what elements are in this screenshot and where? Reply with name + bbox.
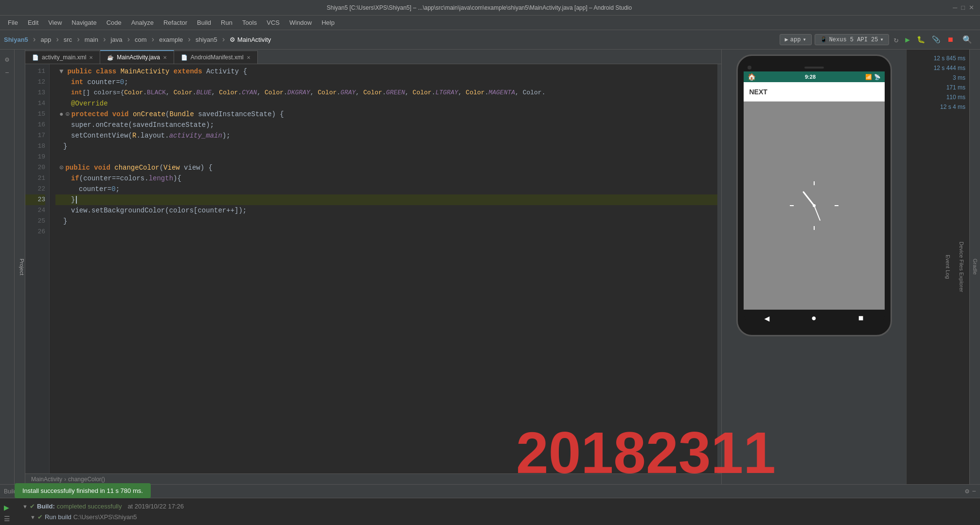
breadcrumb-shiyan5[interactable]: Shiyan5: [4, 36, 28, 43]
breadcrumb-shiyan5b[interactable]: shiyan5: [196, 36, 217, 43]
build-filter-icon[interactable]: ☰: [4, 515, 18, 523]
tab-close-xml[interactable]: ✕: [89, 55, 93, 60]
minimize-icon[interactable]: ─: [953, 4, 957, 11]
back-button[interactable]: ◀: [764, 313, 769, 324]
right-strip-gradle[interactable]: Gradle: [970, 257, 980, 277]
notification-text: Install successfully finished in 11 s 78…: [22, 487, 143, 494]
right-strip: Gradle Device Files Explorer Event Log: [969, 50, 980, 484]
close-icon[interactable]: ✕: [969, 4, 974, 11]
sync-btn[interactable]: ↻: [892, 35, 901, 45]
breadcrumb-app[interactable]: app: [40, 36, 51, 43]
app-action-bar: NEXT: [744, 82, 885, 102]
title-bar: Shiyan5 [C:\Users\XPS\Shiyan5] – ...\app…: [0, 0, 980, 16]
code-line-22: counter=0;: [55, 184, 717, 194]
stop-btn[interactable]: ⏹: [945, 36, 956, 44]
expand-icon-main[interactable]: ▼: [22, 501, 28, 512]
timing-row-1: 12 s 845 ms: [907, 53, 969, 63]
run-btn[interactable]: ▶: [903, 35, 912, 45]
menu-refactor[interactable]: Refactor: [160, 17, 191, 28]
settings-icon[interactable]: ⚙: [1, 53, 13, 65]
menu-edit[interactable]: Edit: [24, 17, 42, 28]
tab-close-java[interactable]: ✕: [163, 55, 167, 60]
next-button[interactable]: NEXT: [749, 88, 767, 96]
watermark-text: 20182311: [516, 420, 776, 485]
code-editor[interactable]: 11 12 13 14 15 16 17 18 19 20 21 22 23 2…: [25, 64, 721, 473]
debug-btn[interactable]: 🐛: [915, 35, 927, 44]
svg-point-6: [813, 204, 816, 207]
tab-androidmanifest-xml[interactable]: 📄 AndroidManifest.xml ✕: [174, 51, 258, 64]
status-bar-home: 🏠: [748, 73, 756, 81]
menu-help[interactable]: Help: [318, 17, 339, 28]
build-action-icon[interactable]: ▶: [4, 502, 18, 513]
collapse-icon[interactable]: −: [1, 67, 13, 79]
timing-row-3: 3 ms: [907, 73, 969, 83]
search-everywhere-icon[interactable]: 🔍: [959, 35, 976, 45]
project-label[interactable]: Project: [19, 259, 25, 275]
breadcrumb-main[interactable]: main: [85, 36, 98, 43]
code-line-11: ▼ public class MainActivity extends Acti…: [55, 66, 717, 77]
recents-button[interactable]: ■: [858, 314, 864, 323]
code-line-14: @Override: [55, 98, 717, 109]
tab-activity-main-xml[interactable]: 📄 activity_main.xml ✕: [25, 51, 100, 64]
menu-view[interactable]: View: [44, 17, 66, 28]
menu-navigate[interactable]: Navigate: [68, 17, 100, 28]
menu-analyze[interactable]: Analyze: [127, 17, 158, 28]
right-strip-device-files[interactable]: Device Files Explorer: [957, 240, 966, 294]
expand-icon-load[interactable]: ▶: [38, 523, 42, 525]
menu-run[interactable]: Run: [217, 17, 236, 28]
menu-file[interactable]: File: [4, 17, 22, 28]
tab-mainactivity-java[interactable]: ☕ MainActivity.java ✕: [100, 50, 174, 64]
wifi-icon: 📶: [865, 74, 872, 80]
scrollbar-right[interactable]: [717, 64, 721, 473]
expand-icon-run-build[interactable]: ▼: [30, 512, 36, 523]
chevron-down-icon: ▾: [802, 36, 806, 43]
menu-build[interactable]: Build: [193, 17, 215, 28]
main-layout: ⚙ − Project 📄 activity_main.xml ✕ ☕ Main…: [0, 50, 980, 484]
device-dropdown[interactable]: 📱 Nexus 5 API 25 ▾: [815, 34, 889, 45]
window-controls: ─ □ ✕: [953, 4, 974, 11]
tab-close-manifest[interactable]: ✕: [247, 55, 250, 60]
breadcrumb-src[interactable]: src: [64, 36, 72, 43]
check-icon-run-build: ✔: [37, 512, 43, 523]
success-notification: Install successfully finished in 11 s 78…: [15, 483, 151, 498]
home-button[interactable]: ●: [811, 314, 817, 323]
code-line-20: ⊙ public void changeColor(View view) {: [55, 162, 717, 173]
breadcrumb-example[interactable]: example: [159, 36, 183, 43]
watermark: 20182311: [516, 419, 776, 486]
code-line-12: int counter=0;: [55, 77, 717, 88]
right-strip-event-log[interactable]: Event Log: [943, 253, 953, 281]
build-row-run-build: ▼ ✔ Run build C:\Users\XPS\Shiyan5: [22, 512, 976, 523]
chevron-down-icon2: ▾: [880, 36, 883, 43]
breadcrumb-com[interactable]: com: [135, 36, 147, 43]
timing-row-2: 12 s 444 ms: [907, 63, 969, 73]
menu-vcs[interactable]: VCS: [263, 17, 284, 28]
menu-code[interactable]: Code: [103, 17, 125, 28]
timing-row-4: 171 ms: [907, 83, 969, 92]
line-numbers: 11 12 13 14 15 16 17 18 19 20 21 22 23 2…: [25, 64, 50, 473]
menu-tools[interactable]: Tools: [238, 17, 261, 28]
svg-line-5: [814, 206, 820, 220]
editor-tabs: 📄 activity_main.xml ✕ ☕ MainActivity.jav…: [25, 50, 721, 64]
build-settings-icon[interactable]: ⚙: [965, 487, 969, 495]
breadcrumb-mainactivity[interactable]: ⚙ MainActivity: [230, 36, 271, 43]
left-sidebar: ⚙ −: [0, 50, 15, 484]
svg-line-4: [803, 192, 814, 206]
code-line-17: setContentView(R.layout.activity_main);: [55, 130, 717, 141]
run-config-dropdown[interactable]: ▶ app ▾: [780, 34, 812, 45]
device-nav-bar: ◀ ● ■: [744, 310, 885, 327]
attach-btn[interactable]: 📎: [930, 35, 942, 44]
breadcrumb-java[interactable]: java: [111, 36, 123, 43]
title-bar-text: Shiyan5 [C:\Users\XPS\Shiyan5] – ...\app…: [6, 4, 953, 11]
build-row-load-build: ▶ ✔ Load build: [22, 523, 976, 525]
signal-icon: 📡: [874, 74, 881, 80]
code-line-24: view.setBackgroundColor(colors[counter++…: [55, 205, 717, 216]
device-status-icons: 📶 📡: [865, 74, 881, 80]
code-content[interactable]: ▼ public class MainActivity extends Acti…: [50, 64, 717, 473]
timing-row-5: 110 ms: [907, 92, 969, 102]
maximize-icon[interactable]: □: [961, 4, 965, 11]
menu-window[interactable]: Window: [285, 17, 316, 28]
menu-bar: File Edit View Navigate Code Analyze Ref…: [0, 16, 980, 30]
build-left-icons: ▶ ☰: [4, 501, 18, 525]
build-minimize-icon[interactable]: −: [972, 488, 976, 495]
device-top-bar: [744, 66, 885, 70]
